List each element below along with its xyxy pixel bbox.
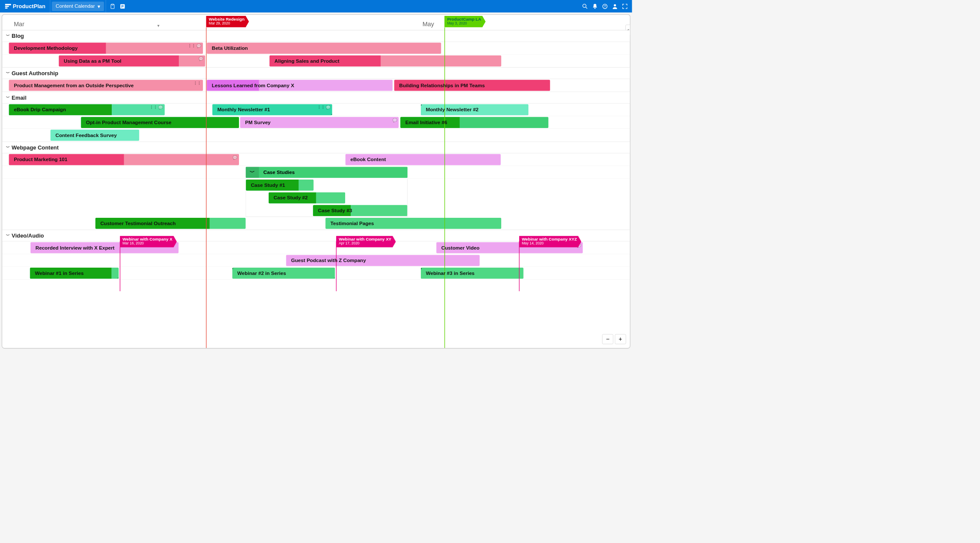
divider: [50, 0, 50, 12]
milestone-flag[interactable]: ProductCamp LAMay 3, 2020: [444, 16, 486, 27]
milestone-title: Webinar with Company XY: [339, 237, 391, 241]
logo-icon: [5, 4, 11, 9]
comment-icon[interactable]: 💬: [392, 118, 397, 122]
bell-icon[interactable]: [590, 1, 600, 11]
milestone-flag[interactable]: Website RedesignMar 29, 2020: [206, 16, 249, 27]
clipboard-icon[interactable]: [107, 1, 117, 11]
milestone-line: [120, 241, 120, 291]
roadmap-canvas: ◀ Q2 Mar May ▾ Website RedesignMar 29, 2…: [2, 14, 631, 349]
lane-row: Development Methodology💬⋮⋮Beta Utilizati…: [2, 42, 630, 55]
drag-handle-icon[interactable]: ⋮⋮: [150, 105, 157, 110]
webinar-milestone[interactable]: Webinar with Company XYApr 17, 2020: [336, 236, 396, 247]
bar-label: eBook Content: [350, 157, 386, 163]
search-icon[interactable]: [580, 1, 590, 11]
lane-row: eBook Drip Campaign💬⋮⋮Monthly Newsletter…: [2, 104, 630, 116]
svg-rect-2: [5, 7, 8, 9]
fullscreen-icon[interactable]: [620, 1, 630, 11]
topbar: ProductPlan Content Calendar ▾ P ?: [0, 0, 632, 12]
bar-label: Beta Utilization: [212, 45, 248, 51]
drag-handle-icon[interactable]: ⋮⋮: [188, 44, 196, 48]
lane-title: Webpage Content: [12, 144, 58, 151]
dependency-in-icon: ⊸: [421, 268, 422, 270]
bar-label: PM Survey: [245, 119, 270, 125]
app-name: ProductPlan: [13, 3, 46, 9]
svg-point-7: [583, 4, 586, 7]
comment-icon[interactable]: 💬: [326, 105, 331, 110]
roadmap-bar[interactable]: Product Management from an Outside Persp…: [9, 80, 203, 91]
parking-icon[interactable]: P: [117, 1, 127, 11]
bar-label: Product Marketing 101: [14, 157, 67, 163]
roadmap-bar[interactable]: Case Study #3: [313, 205, 407, 216]
sort-caret-icon[interactable]: ▾: [157, 23, 159, 28]
lane-row: Content Feedback Survey: [2, 129, 630, 142]
milestone-line: [519, 241, 519, 291]
container-bar[interactable]: ﹀Case Studies: [245, 167, 407, 178]
roadmap-bar[interactable]: Webinar #3 in Series⊸: [421, 268, 524, 279]
plan-selector[interactable]: Content Calendar ▾: [52, 2, 104, 11]
comment-icon[interactable]: 💬: [199, 57, 203, 61]
user-icon[interactable]: [610, 1, 620, 11]
lane-header[interactable]: ﹀Blog: [2, 30, 630, 42]
bar-label: Webinar #3 in Series: [426, 270, 475, 276]
chevron-down-icon: ﹀: [6, 233, 10, 238]
comment-icon[interactable]: 💬: [158, 105, 163, 110]
bar-label: Building Relationships in PM Teams: [399, 82, 485, 88]
month-label-may: May: [423, 21, 434, 28]
bar-label: Guest Podcast with Z Company: [291, 258, 366, 264]
roadmap-bar[interactable]: Webinar #2 in Series⊸⊸: [233, 268, 335, 279]
bar-label: Recorded Interview with X Expert: [36, 245, 115, 251]
roadmap-bar[interactable]: eBook Drip Campaign💬⋮⋮: [9, 104, 165, 116]
bar-label: Using Data as a PM Tool: [64, 58, 121, 64]
svg-point-12: [614, 4, 616, 6]
lane-row: Recorded Interview with X ExpertCustomer…: [2, 241, 630, 254]
bar-label: Development Methodology: [14, 45, 77, 51]
lane-header[interactable]: ﹀Email: [2, 92, 630, 103]
comment-icon[interactable]: 💬: [233, 155, 237, 159]
collapse-button[interactable]: ﹀: [245, 167, 259, 178]
milestone-title: Webinar with Company XYZ: [522, 237, 577, 241]
lane-header[interactable]: ﹀Guest Authorship: [2, 67, 630, 79]
roadmap-bar[interactable]: Aligning Sales and Product: [270, 55, 501, 67]
bar-label: Lessons Learned from Company X: [212, 82, 294, 88]
roadmap-bar[interactable]: Guest Podcast with Z Company: [286, 255, 480, 266]
zoom-in-button[interactable]: +: [615, 334, 626, 344]
roadmap-bar[interactable]: Email Initiative #6: [400, 117, 548, 128]
lane-header[interactable]: ﹀Webpage Content: [2, 142, 630, 153]
milestone-line: [206, 27, 206, 349]
dependency-in-icon: ⊸: [233, 268, 234, 270]
roadmap-bar[interactable]: Testimonial Pages: [325, 218, 501, 229]
plan-name: Content Calendar: [56, 3, 95, 9]
lane-row: Customer Testimonial OutreachTestimonial…: [2, 217, 630, 230]
svg-text:?: ?: [604, 4, 606, 8]
roadmap-bar[interactable]: eBook Content: [346, 154, 501, 165]
drag-handle-icon[interactable]: ⋮⋮: [317, 105, 325, 110]
roadmap-bar[interactable]: Monthly Newsletter #2⊸: [421, 104, 528, 116]
roadmap-bar[interactable]: Beta Utilization: [207, 43, 441, 54]
roadmap-bar[interactable]: Lessons Learned from Company X: [207, 80, 392, 91]
help-icon[interactable]: ?: [600, 1, 610, 11]
app-logo[interactable]: ProductPlan: [2, 3, 48, 9]
milestone-title: ProductCamp LA: [447, 17, 481, 21]
roadmap-bar[interactable]: PM Survey💬: [240, 117, 399, 128]
webinar-milestone[interactable]: Webinar with Company XMar 16, 2020: [120, 236, 177, 247]
roadmap-bar[interactable]: Customer Testimonial Outreach: [95, 218, 246, 229]
lane-row: Webinar #1 in Series⊸Webinar #2 in Serie…: [2, 267, 630, 280]
webinar-milestone[interactable]: Webinar with Company XYZMay 14, 2020: [519, 236, 581, 247]
roadmap-bar[interactable]: Product Marketing 101💬: [9, 154, 239, 165]
bar-label: Case Study #3: [318, 207, 352, 214]
roadmap-bar[interactable]: Monthly Newsletter #1💬⋮⋮⊸: [212, 104, 332, 116]
svg-point-9: [594, 8, 596, 9]
roadmap-bar[interactable]: Opt-in Product Management Course: [81, 117, 239, 128]
roadmap-bar[interactable]: Webinar #1 in Series⊸: [30, 268, 119, 279]
roadmap-bar[interactable]: Case Study #2: [269, 192, 345, 204]
drag-handle-icon[interactable]: ⋮⋮: [193, 81, 201, 85]
zoom-out-button[interactable]: −: [602, 334, 613, 344]
roadmap-bar[interactable]: Development Methodology💬⋮⋮: [9, 43, 203, 54]
comment-icon[interactable]: 💬: [196, 44, 201, 48]
roadmap-bar[interactable]: Using Data as a PM Tool💬: [59, 55, 205, 67]
roadmap-bar[interactable]: Building Relationships in PM Teams: [394, 80, 550, 91]
roadmap-bar[interactable]: Case Study #1: [246, 180, 313, 191]
bar-label: Customer Video: [441, 245, 480, 251]
roadmap-bar[interactable]: Content Feedback Survey: [50, 130, 139, 141]
bar-label: Product Management from an Outside Persp…: [14, 82, 134, 88]
